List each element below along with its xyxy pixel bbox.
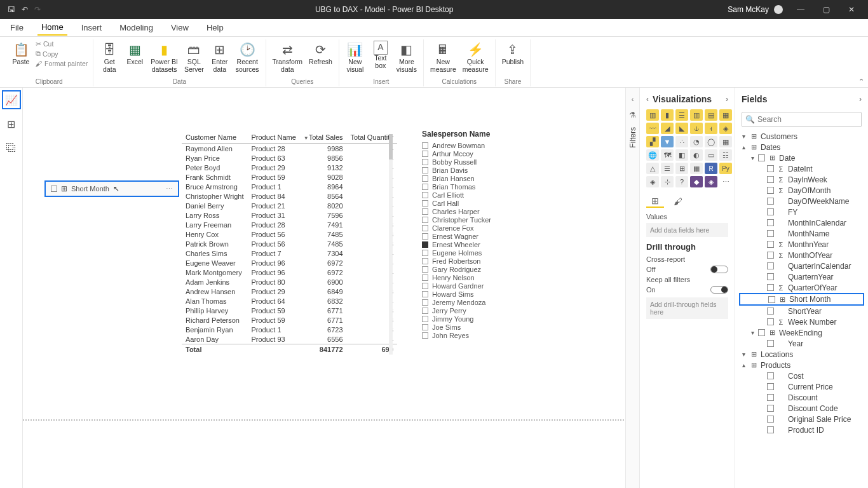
slicer-visual-placeholder[interactable]: ⊞ Short Month ↖ ⋯ [44, 180, 179, 197]
collapse-viz-icon[interactable]: ‹ [646, 95, 649, 104]
pie-icon[interactable]: ◔ [690, 136, 703, 147]
field-checkbox[interactable] [767, 426, 774, 433]
powerapps-icon[interactable]: ◈ [705, 176, 717, 187]
maximize-button[interactable]: ▢ [813, 0, 839, 19]
decomposition-icon[interactable]: ⊹ [661, 176, 674, 187]
table-row[interactable]: Mark MontgomeryProduct 9669724 [182, 268, 397, 277]
slicer-item[interactable]: Ernest Wheeler [422, 240, 536, 248]
slicer-item[interactable]: Christopher Tucker [422, 215, 536, 224]
map-icon[interactable]: 🌐 [646, 149, 659, 161]
cross-report-toggle[interactable] [710, 266, 728, 273]
table-scrollbar[interactable] [389, 134, 393, 355]
field-node[interactable]: ΣQuarterOfYear [739, 282, 864, 293]
close-button[interactable]: ✕ [839, 0, 864, 19]
slicer-item[interactable]: Brian Thomas [422, 182, 536, 191]
table-row[interactable]: Larry RossProduct 3175964 [182, 210, 397, 220]
table-row[interactable]: Raymond AllenProduct 2899884 [182, 144, 397, 154]
expand-fields-icon[interactable]: › [859, 95, 862, 104]
field-node[interactable]: ΣMonthnYear [739, 239, 864, 250]
field-node[interactable]: ΣDayInWeek [739, 174, 864, 185]
field-checkbox[interactable] [767, 252, 774, 259]
clustered-column-icon[interactable]: ▥ [690, 109, 703, 121]
tab-modeling[interactable]: Modeling [116, 20, 157, 35]
python-visual-icon[interactable]: Py [719, 163, 732, 174]
table-row[interactable]: Peter BoydProduct 2991324 [182, 163, 397, 172]
slicer-item[interactable]: Carl Elliott [422, 191, 536, 199]
table-row[interactable]: Aaron DayProduct 9365564 [182, 334, 397, 344]
stacked-area-icon[interactable]: ◣ [675, 123, 688, 134]
table-row[interactable]: Christopher WrightProduct 8485644 [182, 191, 397, 201]
stacked-bar-icon[interactable]: ▥ [646, 109, 659, 121]
slicer-item[interactable]: Howard Gardner [422, 281, 536, 290]
column-header[interactable]: Customer Name [182, 132, 248, 144]
matrix-icon[interactable]: ▦ [690, 163, 703, 174]
slicer-item[interactable]: Ernest Wagner [422, 232, 536, 240]
field-node[interactable]: ΣDateInt [739, 163, 864, 174]
field-node[interactable]: MonthName [739, 228, 864, 239]
cut-button[interactable]: ✂Cut [34, 39, 89, 48]
slicer-item[interactable]: John Reyes [422, 331, 536, 339]
text-box-button[interactable]: AText box [369, 39, 393, 71]
table-row[interactable]: Andrew HansenProduct 2968493 [182, 287, 397, 296]
hundred-column-icon[interactable]: ▦ [719, 109, 732, 121]
slicer-item[interactable]: Joe Sims [422, 323, 536, 331]
table-row[interactable]: Henry CoxProduct 5674853 [182, 229, 397, 239]
field-node[interactable]: Product ID [739, 424, 864, 435]
field-node[interactable]: Current Price [739, 381, 864, 392]
fields-well-button[interactable]: ⊞ [646, 195, 664, 208]
donut-icon[interactable]: ◯ [705, 136, 717, 147]
field-node[interactable]: MonthInCalendar [739, 217, 864, 228]
refresh-button[interactable]: ⟳Refresh [306, 39, 335, 67]
tab-insert[interactable]: Insert [78, 20, 106, 35]
table-icon[interactable]: ⊞ [675, 163, 688, 174]
field-node[interactable]: Discount [739, 392, 864, 403]
treemap-icon[interactable]: ▦ [719, 136, 732, 147]
field-checkbox[interactable] [758, 329, 765, 336]
table-row[interactable]: Larry FreemanProduct 2874913 [182, 220, 397, 229]
field-checkbox[interactable] [767, 165, 774, 172]
user-name[interactable]: Sam McKay [728, 5, 769, 14]
stacked-column-icon[interactable]: ▮ [661, 109, 674, 121]
new-measure-button[interactable]: 🖩New measure [428, 39, 459, 74]
field-node[interactable]: Original Sale Price [739, 414, 864, 424]
slicer-item[interactable]: Jeremy Mendoza [422, 298, 536, 306]
table-row[interactable]: Charles SimsProduct 773044 [182, 248, 397, 258]
table-row[interactable]: Frank SchmidtProduct 5990284 [182, 172, 397, 182]
card-icon[interactable]: ▭ [705, 149, 717, 161]
field-node[interactable]: ▾⊞Date [739, 152, 864, 163]
field-node[interactable]: FY [739, 207, 864, 217]
field-checkbox[interactable] [767, 187, 774, 194]
clustered-bar-icon[interactable]: ☰ [675, 109, 688, 121]
table-row[interactable]: Patrick BrownProduct 5674853 [182, 239, 397, 248]
field-checkbox[interactable] [767, 340, 774, 347]
shape-map-icon[interactable]: ◧ [675, 149, 688, 161]
table-node[interactable]: ▴⊞Products [739, 360, 864, 370]
field-checkbox[interactable] [767, 241, 774, 248]
slicer-item[interactable]: Henry Nelson [422, 273, 536, 281]
keep-filters-toggle[interactable] [710, 286, 728, 294]
field-node[interactable]: ΣWeek Number [739, 316, 864, 327]
publish-button[interactable]: ⇪Publish [499, 39, 526, 67]
slicer-item[interactable]: Eugene Holmes [422, 248, 536, 257]
field-node[interactable]: ΣDayOfMonth [739, 185, 864, 196]
field-checkbox[interactable] [767, 198, 774, 205]
quick-measure-button[interactable]: ⚡Quick measure [460, 39, 491, 74]
more-options-icon[interactable]: ⋯ [166, 185, 173, 193]
pbi-datasets-button[interactable]: ▮Power BI datasets [148, 39, 180, 74]
ribbon-chart-icon[interactable]: ◈ [719, 123, 732, 134]
field-node[interactable]: Year [739, 338, 864, 349]
more-viz-icon[interactable]: ⋯ [719, 176, 732, 187]
field-checkbox[interactable] [767, 273, 774, 280]
field-node[interactable]: QuarterInCalendar [739, 261, 864, 271]
field-checkbox[interactable] [767, 372, 774, 379]
slicer-item[interactable]: Howard Sims [422, 290, 536, 298]
field-checkbox[interactable] [767, 208, 774, 215]
table-row[interactable]: Eugene WeaverProduct 9669724 [182, 258, 397, 268]
salesperson-slicer[interactable]: Salesperson Name Andrew BowmanArthur Mcc… [422, 130, 536, 339]
expand-viz-icon[interactable]: › [726, 95, 728, 104]
field-node[interactable]: ⊞Short Month [739, 293, 864, 306]
slicer-item[interactable]: Brian Hansen [422, 174, 536, 182]
copy-button[interactable]: ⧉Copy [34, 49, 89, 58]
table-row[interactable]: Bruce ArmstrongProduct 189644 [182, 182, 397, 191]
slicer-item[interactable]: Arthur Mccoy [422, 149, 536, 158]
